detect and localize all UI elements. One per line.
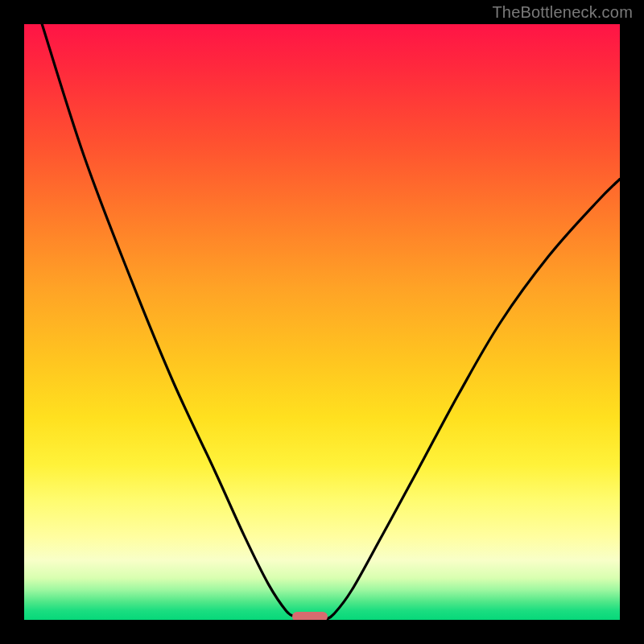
curve-layer bbox=[24, 24, 620, 620]
left-curve bbox=[42, 24, 299, 620]
optimal-zone-marker bbox=[292, 612, 328, 620]
plot-area bbox=[24, 24, 620, 620]
right-curve bbox=[325, 179, 620, 620]
watermark-text: TheBottleneck.com bbox=[492, 3, 633, 22]
chart-frame: TheBottleneck.com bbox=[0, 0, 644, 644]
